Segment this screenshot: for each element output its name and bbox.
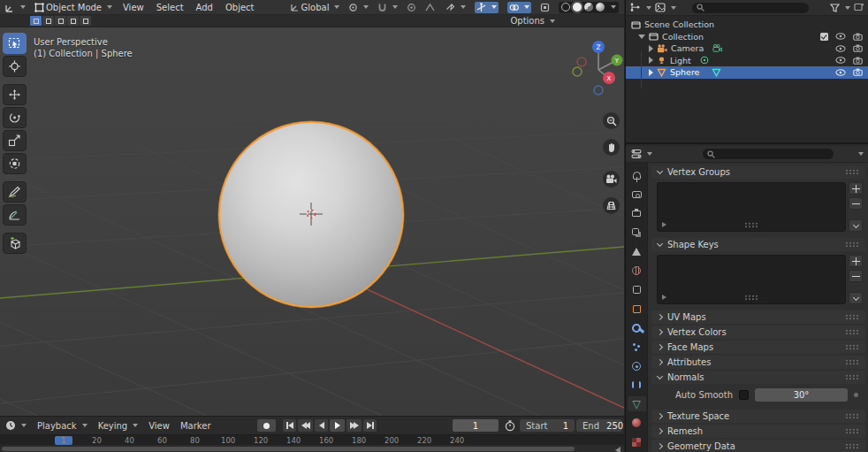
add-vertex-group-button[interactable] bbox=[849, 182, 863, 195]
eye-icon[interactable] bbox=[835, 33, 846, 40]
vertex-groups-list[interactable] bbox=[657, 182, 846, 232]
panel-geometry-data-header[interactable]: Geometry Data bbox=[651, 440, 865, 452]
shading-wireframe-button[interactable] bbox=[561, 3, 570, 11]
tab-tool[interactable] bbox=[628, 168, 646, 183]
tool-cursor[interactable] bbox=[3, 56, 27, 77]
zoom-button[interactable] bbox=[603, 112, 620, 129]
panel-grip-icon[interactable] bbox=[845, 344, 859, 350]
properties-options-chevron[interactable] bbox=[858, 152, 864, 156]
viewport-canvas[interactable]: User Perspective (1) Collection | Sphere bbox=[0, 27, 624, 416]
auto-smooth-checkbox[interactable] bbox=[739, 390, 749, 400]
snap-toggle[interactable] bbox=[377, 3, 398, 12]
pivot-point-dropdown[interactable] bbox=[348, 3, 369, 12]
jump-to-end-button[interactable] bbox=[363, 419, 377, 432]
jump-to-start-button[interactable] bbox=[283, 419, 296, 432]
shading-material-button[interactable] bbox=[584, 3, 593, 11]
render-visibility-camera-icon[interactable] bbox=[853, 44, 863, 52]
panel-grip-icon[interactable] bbox=[845, 413, 859, 419]
panel-vertex-groups-header[interactable]: Vertex Groups bbox=[651, 165, 865, 179]
auto-smooth-angle-slider[interactable]: 30° bbox=[755, 388, 848, 402]
eye-icon[interactable] bbox=[835, 57, 846, 64]
timeline-marker-menu[interactable]: Marker bbox=[180, 421, 211, 431]
outliner-row-collection[interactable]: Collection bbox=[626, 31, 868, 43]
menu-add[interactable]: Add bbox=[194, 3, 215, 12]
keyframe-decorator-icon[interactable] bbox=[854, 393, 858, 397]
eye-icon[interactable] bbox=[835, 69, 846, 76]
properties-search-input[interactable] bbox=[703, 149, 834, 159]
select-mode-extend-button[interactable] bbox=[42, 16, 54, 26]
panel-grip-icon[interactable] bbox=[845, 169, 859, 175]
outliner-row-camera[interactable]: Camera bbox=[626, 42, 868, 55]
shading-rendered-button[interactable] bbox=[596, 3, 605, 11]
list-resize-grip[interactable] bbox=[744, 222, 758, 228]
scrollbar-thumb[interactable] bbox=[2, 447, 575, 451]
tab-physics[interactable] bbox=[628, 358, 646, 373]
auto-keying-record-button[interactable] bbox=[257, 419, 276, 432]
axis-neg-z-handle[interactable] bbox=[594, 86, 603, 95]
tab-collection[interactable] bbox=[628, 282, 646, 297]
panel-grip-icon[interactable] bbox=[845, 329, 859, 335]
tab-scene[interactable] bbox=[628, 244, 646, 259]
tool-rotate[interactable] bbox=[3, 107, 27, 128]
play-button[interactable] bbox=[330, 419, 345, 432]
panel-face-maps-header[interactable]: Face Maps bbox=[651, 341, 865, 354]
pan-button[interactable] bbox=[603, 139, 620, 156]
panel-grip-icon[interactable] bbox=[845, 314, 859, 320]
current-frame-marker[interactable]: 1 bbox=[55, 436, 72, 445]
new-collection-button[interactable] bbox=[854, 2, 864, 13]
show-overlays-toggle[interactable] bbox=[507, 2, 531, 13]
outliner-row-scene-collection[interactable]: Scene Collection bbox=[626, 19, 868, 31]
tab-material[interactable] bbox=[628, 416, 646, 431]
tab-output[interactable] bbox=[628, 206, 646, 221]
editor-type-selector[interactable] bbox=[5, 3, 26, 12]
menu-object[interactable]: Object bbox=[224, 3, 256, 12]
panel-attributes-header[interactable]: Attributes bbox=[651, 356, 865, 369]
panel-normals-header[interactable]: Normals bbox=[651, 371, 865, 384]
panel-grip-icon[interactable] bbox=[845, 428, 859, 434]
panel-vertex-colors-header[interactable]: Vertex Colors bbox=[651, 326, 865, 339]
tool-add-cube[interactable] bbox=[3, 233, 27, 254]
tab-modifiers[interactable] bbox=[628, 320, 646, 335]
tool-measure[interactable] bbox=[3, 204, 27, 226]
collection-checkbox[interactable] bbox=[820, 33, 828, 41]
tab-view-layer[interactable] bbox=[628, 226, 646, 241]
keying-menu[interactable]: Keying bbox=[98, 421, 139, 431]
expand-arrow-icon[interactable] bbox=[649, 69, 653, 76]
tab-texture[interactable] bbox=[628, 434, 646, 449]
proportional-editing-toggle[interactable] bbox=[407, 3, 416, 12]
camera-view-button[interactable] bbox=[603, 171, 620, 188]
prev-keyframe-button[interactable] bbox=[298, 419, 313, 432]
outliner-row-sphere[interactable]: Sphere bbox=[626, 66, 868, 79]
select-mode-invert-button[interactable] bbox=[67, 16, 79, 26]
tab-constraints[interactable] bbox=[628, 378, 646, 393]
proportional-falloff-dropdown[interactable] bbox=[425, 3, 435, 12]
menu-select[interactable]: Select bbox=[155, 3, 186, 12]
shading-solid-button[interactable] bbox=[573, 3, 582, 11]
tab-object-data[interactable]: ▽ bbox=[628, 396, 646, 411]
object-type-visibility-dropdown[interactable] bbox=[445, 3, 466, 12]
timeline-scrollbar[interactable] bbox=[0, 445, 624, 452]
render-visibility-camera-icon[interactable] bbox=[853, 57, 863, 65]
perspective-toggle-button[interactable] bbox=[603, 197, 620, 214]
tool-select-box[interactable] bbox=[3, 33, 27, 54]
outliner-row-light[interactable]: Light bbox=[626, 55, 868, 67]
playback-menu[interactable]: Playback bbox=[37, 421, 88, 431]
panel-grip-icon[interactable] bbox=[845, 374, 859, 380]
outliner-editor-selector[interactable] bbox=[630, 3, 651, 12]
tab-object[interactable] bbox=[628, 302, 646, 317]
remove-shape-key-button[interactable] bbox=[849, 270, 863, 282]
panel-uv-maps-header[interactable]: UV Maps bbox=[651, 310, 865, 324]
render-visibility-camera-icon[interactable] bbox=[853, 33, 863, 41]
list-expand-icon[interactable] bbox=[662, 295, 666, 300]
shape-key-specials-button[interactable] bbox=[849, 292, 863, 304]
select-mode-new-button[interactable] bbox=[30, 16, 42, 26]
mode-dropdown[interactable]: Object Mode bbox=[34, 3, 112, 12]
outliner-display-mode-dropdown[interactable] bbox=[655, 3, 676, 12]
transform-orientation-dropdown[interactable]: Global bbox=[290, 3, 340, 12]
options-dropdown[interactable]: Options bbox=[510, 16, 555, 26]
panel-remesh-header[interactable]: Remesh bbox=[651, 425, 865, 438]
axis-neg-x-handle[interactable] bbox=[577, 57, 586, 66]
tab-world[interactable] bbox=[628, 264, 646, 279]
scroll-left-arrow-icon[interactable] bbox=[615, 446, 621, 452]
tool-scale[interactable] bbox=[3, 130, 27, 151]
